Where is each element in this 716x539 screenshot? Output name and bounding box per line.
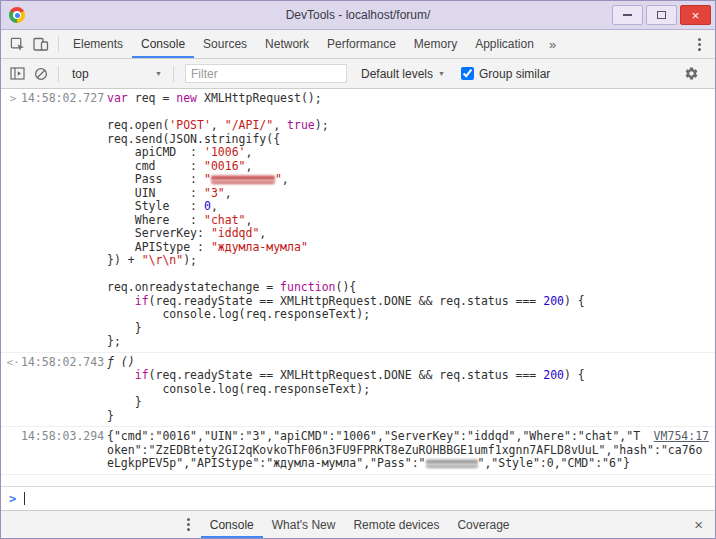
code-token: (req.readyState == XMLHttpRequest.DONE &…	[149, 368, 544, 382]
timestamp: 14:58:02.727	[21, 92, 107, 106]
drawer-tabs: ConsoleWhat's NewRemote devicesCoverage	[201, 511, 519, 538]
code-line: }	[107, 322, 709, 336]
code-token: "3"	[204, 186, 225, 200]
entry-body: ƒ () if(req.readyState == XMLHttpRequest…	[107, 356, 709, 424]
code-token: var	[107, 91, 128, 105]
drawer-tab-what-s-new[interactable]: What's New	[263, 511, 345, 538]
tab-sources[interactable]: Sources	[194, 30, 256, 58]
tab-network[interactable]: Network	[256, 30, 318, 58]
panel-tabs: ElementsConsoleSourcesNetworkPerformance…	[64, 30, 543, 58]
drawer-tab-console[interactable]: Console	[201, 511, 263, 538]
drawer-tab-coverage[interactable]: Coverage	[448, 511, 518, 538]
code-token: "ждумла-мумла"	[211, 240, 308, 254]
code-token: function	[280, 280, 335, 294]
code-token: 200	[543, 368, 564, 382]
code-token: "\r\n"	[142, 253, 184, 267]
code-token: "iddqd"	[211, 226, 259, 240]
code-token: ƒ ()	[107, 355, 135, 369]
code-line: cmd : "0016",	[107, 160, 709, 174]
close-button[interactable]: ×	[680, 5, 711, 25]
drawer-tabbar: ConsoleWhat's NewRemote devicesCoverage …	[1, 510, 715, 538]
code-token: }	[107, 321, 142, 335]
console-sidebar-icon[interactable]	[5, 62, 29, 86]
filter-input[interactable]	[185, 64, 347, 83]
code-token: req.send(JSON.stringify({	[107, 132, 280, 146]
code-line: APIStype : "ждумла-мумла"	[107, 241, 709, 255]
context-selector[interactable]: top ▼	[64, 67, 168, 81]
code-line: if(req.readyState == XMLHttpRequest.DONE…	[107, 295, 709, 309]
group-similar-checkbox[interactable]	[461, 67, 474, 80]
chevron-down-icon: ▼	[155, 70, 162, 77]
code-token: }	[107, 409, 114, 423]
drawer-tab-remote-devices[interactable]: Remote devices	[344, 511, 448, 538]
code-token: );	[315, 118, 329, 132]
chrome-logo-icon	[9, 7, 25, 23]
code-line: ƒ ()	[107, 356, 709, 370]
tab-performance[interactable]: Performance	[318, 30, 405, 58]
window-title: DevTools - localhost/forum/	[1, 8, 715, 22]
code-token: "chat"	[204, 213, 246, 227]
code-token: true	[287, 118, 315, 132]
code-line: req.send(JSON.stringify({	[107, 133, 709, 147]
code-line	[107, 268, 709, 282]
console-settings-gear-icon[interactable]	[679, 62, 703, 86]
code-line: }	[107, 410, 709, 424]
code-token: ,	[246, 159, 253, 173]
command-marker-icon: >	[5, 92, 21, 106]
minimize-icon	[623, 14, 632, 16]
code-token: req.open(	[107, 118, 169, 132]
code-token: ,	[246, 145, 253, 159]
group-similar-setting: Group similar	[461, 67, 550, 81]
code-token: ) {	[564, 294, 585, 308]
code-token: console.log(req.responseText);	[107, 382, 370, 396]
code-line: Style : 0,	[107, 200, 709, 214]
code-line: req.onreadystatechange = function(){	[107, 281, 709, 295]
code-token: (){	[335, 280, 356, 294]
code-token: req.onreadystatechange =	[107, 280, 280, 294]
minimize-button[interactable]	[612, 5, 643, 25]
code-token: 200	[543, 294, 564, 308]
text-caret	[24, 492, 25, 505]
timestamp: 14:58:02.743	[21, 356, 107, 370]
code-token: ,	[246, 213, 253, 227]
code-token: "	[275, 172, 282, 186]
tab-memory[interactable]: Memory	[405, 30, 466, 58]
code-line: ServerKey: "iddqd",	[107, 227, 709, 241]
code-line: var req = new XMLHttpRequest();	[107, 92, 709, 106]
code-token: ServerKey:	[107, 226, 211, 240]
result-marker-icon: <·	[5, 356, 21, 370]
console-prompt-row[interactable]: >	[1, 486, 715, 510]
code-token: req =	[128, 91, 176, 105]
code-token: "/API/"	[225, 118, 273, 132]
drawer-menu-icon[interactable]	[177, 513, 201, 537]
code-token: if	[135, 294, 149, 308]
maximize-button[interactable]	[646, 5, 677, 25]
code-token: }) +	[107, 253, 142, 267]
log-levels-dropdown[interactable]: Default levels ▼	[361, 67, 445, 81]
source-link[interactable]: VM754:17	[654, 430, 709, 444]
code-token: "	[204, 172, 211, 186]
code-token: ) {	[564, 368, 585, 382]
code-line: Where : "chat",	[107, 214, 709, 228]
code-token: APIStype :	[107, 240, 211, 254]
drawer-close-icon[interactable]: ×	[688, 516, 709, 533]
tab-console[interactable]: Console	[132, 30, 194, 58]
code-token: };	[107, 334, 121, 348]
code-token: console.log(req.responseText);	[107, 307, 370, 321]
more-tabs-chevron[interactable]: »	[543, 37, 562, 52]
code-token: Where :	[107, 213, 204, 227]
tab-elements[interactable]: Elements	[64, 30, 132, 58]
code-token	[107, 294, 135, 308]
code-token: 0	[204, 199, 211, 213]
code-line: console.log(req.responseText);	[107, 383, 709, 397]
chevron-down-icon: ▼	[438, 70, 445, 77]
device-toolbar-icon[interactable]	[29, 32, 53, 56]
inspect-element-icon[interactable]	[5, 32, 29, 56]
tab-application[interactable]: Application	[466, 30, 543, 58]
clear-console-icon[interactable]	[29, 62, 53, 86]
code-token: UIN :	[107, 186, 204, 200]
devtools-menu-icon[interactable]	[687, 32, 711, 56]
console-entry-log: 14:58:03.294VM754:17{"cmd":"0016","UIN":…	[1, 427, 715, 475]
console-entry-result: <·14:58:02.743ƒ () if(req.readyState == …	[1, 353, 715, 428]
code-token: Style :	[107, 199, 204, 213]
